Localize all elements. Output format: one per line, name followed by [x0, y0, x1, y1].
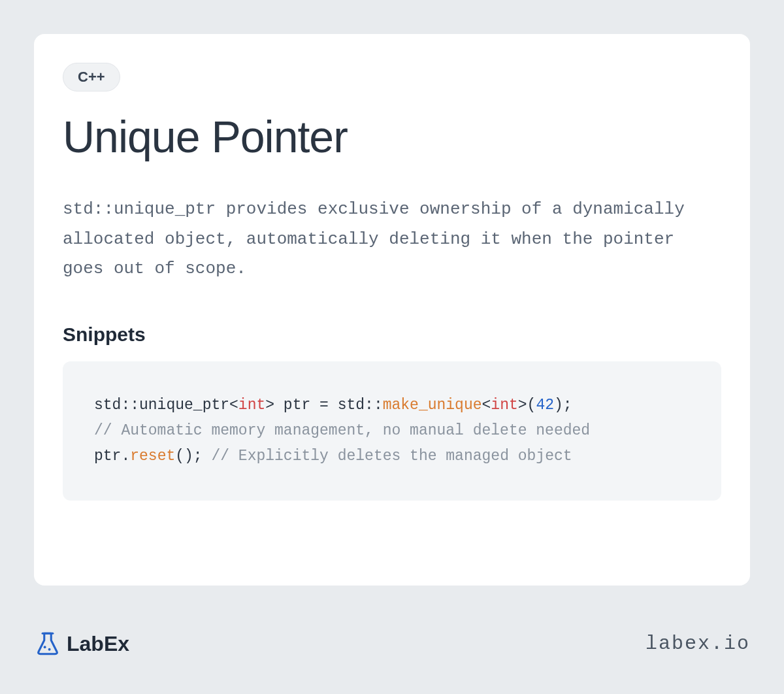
code-line-3: ptr.reset(); // Explicitly deletes the m…: [94, 444, 690, 469]
code-function: make_unique: [383, 397, 482, 414]
flask-icon: [34, 630, 61, 657]
logo: LabEx: [34, 630, 129, 657]
language-tag: C++: [63, 63, 120, 91]
description-text: std::unique_ptr provides exclusive owner…: [63, 195, 721, 284]
svg-point-2: [48, 648, 51, 651]
code-line-1: std::unique_ptr<int> ptr = std::make_uni…: [94, 393, 690, 418]
code-snippet: std::unique_ptr<int> ptr = std::make_uni…: [63, 361, 721, 501]
code-function: reset: [130, 448, 175, 465]
footer: LabEx labex.io: [34, 630, 750, 657]
code-comment: // Automatic memory management, no manua…: [94, 422, 590, 439]
svg-point-1: [44, 646, 46, 648]
site-url: labex.io: [645, 633, 750, 655]
page-title: Unique Pointer: [63, 111, 721, 162]
content-card: C++ Unique Pointer std::unique_ptr provi…: [34, 34, 750, 586]
snippets-heading: Snippets: [63, 323, 721, 346]
code-keyword: int: [238, 397, 265, 414]
code-line-2: // Automatic memory management, no manua…: [94, 418, 690, 444]
code-keyword: int: [491, 397, 517, 414]
logo-text: LabEx: [67, 632, 129, 656]
code-number: 42: [536, 397, 554, 414]
code-comment: // Explicitly deletes the managed object: [211, 448, 572, 465]
